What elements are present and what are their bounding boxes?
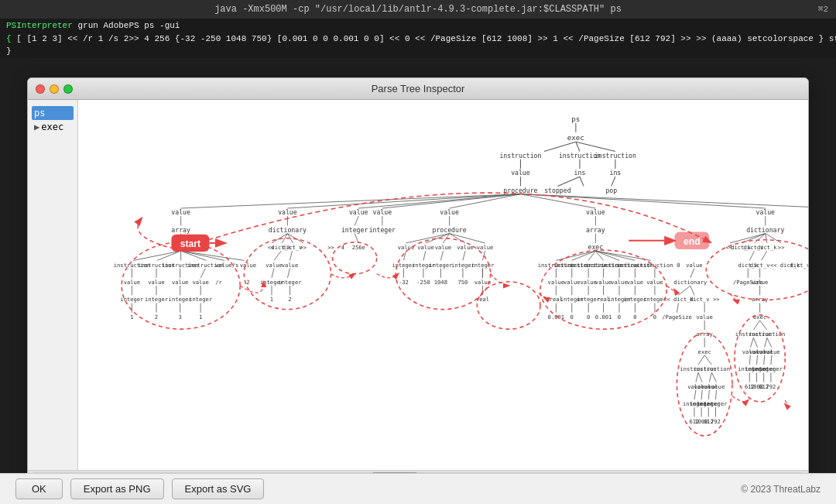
svg-text:1: 1 (130, 314, 133, 321)
chevron-right-icon: ▶ (34, 122, 39, 132)
svg-text:exec: exec (567, 133, 584, 142)
svg-line-22 (181, 194, 521, 208)
svg-line-243 (696, 372, 698, 382)
close-button[interactable] (36, 84, 45, 94)
svg-text:value: value (172, 279, 188, 286)
svg-line-68 (355, 234, 358, 243)
svg-line-268 (762, 251, 767, 260)
svg-line-94 (157, 251, 181, 260)
svg-line-295 (764, 355, 765, 365)
svg-line-244 (698, 372, 702, 382)
bottom-bar: OK Export as PNG Export as SVG © 2023 Th… (0, 473, 836, 504)
svg-line-252 (701, 390, 702, 399)
svg-text:value: value (595, 279, 612, 286)
svg-line-86 (766, 234, 781, 243)
export-svg-button[interactable]: Export as SVG (172, 478, 265, 499)
sidebar-item-exec[interactable]: ▶ exec (32, 120, 74, 134)
svg-text:2: 2 (246, 279, 249, 286)
svg-text:value: value (548, 279, 564, 286)
svg-text:value: value (398, 244, 414, 251)
svg-text:value: value (686, 262, 702, 269)
svg-text:792: 792 (711, 418, 721, 425)
svg-line-245 (709, 372, 711, 382)
svg-text:value: value (627, 279, 643, 286)
svg-line-282 (760, 321, 767, 330)
svg-text:value: value (148, 279, 164, 286)
svg-text:value: value (475, 279, 491, 286)
terminal-cursor-line: } (0, 45, 836, 57)
svg-text:integer: integer (704, 400, 728, 407)
svg-text:3: 3 (178, 314, 181, 321)
svg-line-4 (576, 142, 580, 151)
svg-text:ins: ins (574, 169, 586, 177)
bottom-buttons: OK Export as PNG Export as SVG (15, 478, 264, 499)
window-buttons (36, 84, 73, 94)
svg-text:value: value (266, 262, 282, 269)
svg-text:value: value (646, 279, 663, 286)
svg-line-146 (440, 251, 443, 260)
svg-line-267 (749, 251, 754, 260)
svg-line-133 (290, 251, 292, 260)
svg-text:integer: integer (145, 296, 169, 303)
svg-text:0: 0 (653, 314, 656, 321)
svg-line-281 (753, 321, 759, 330)
svg-text:value: value (611, 279, 627, 286)
terminal-title: java -Xmx500M -cp "/usr/local/lib/antlr-… (214, 4, 622, 15)
svg-line-144 (403, 251, 406, 260)
svg-text:integer: integer (759, 365, 783, 372)
svg-line-85 (766, 234, 767, 243)
svg-text:-32: -32 (399, 279, 409, 286)
svg-text:value: value (752, 279, 768, 286)
svg-text:value: value (580, 279, 596, 286)
svg-text:value: value (435, 244, 451, 251)
svg-line-228 (690, 286, 694, 295)
svg-text:value: value (477, 244, 493, 251)
svg-text:dict_v >>: dict_v >> (790, 262, 808, 269)
svg-text:>>: >> (300, 244, 307, 251)
svg-line-239 (698, 355, 704, 365)
copyright-text: © 2023 ThreatLabz (741, 484, 821, 495)
svg-text:1048: 1048 (434, 279, 447, 286)
svg-line-254 (715, 390, 716, 399)
export-png-button[interactable]: Export as PNG (70, 478, 164, 499)
svg-line-3 (544, 142, 576, 151)
svg-text:value: value (282, 262, 298, 269)
tree-area[interactable]: ps exec instruction instruction instruct… (78, 100, 808, 470)
svg-text:value: value (240, 262, 256, 269)
ok-button[interactable]: OK (15, 478, 63, 499)
maximize-button[interactable] (63, 84, 73, 94)
svg-text:value: value (457, 244, 473, 251)
svg-text:/r: /r (215, 279, 222, 286)
svg-text:value: value (696, 314, 712, 321)
terminal-titlebar: java -Xmx500M -cp "/usr/local/lib/antlr-… (0, 0, 836, 19)
svg-text:dictionary: dictionary (269, 226, 307, 234)
terminal-output: [ [1 2 3] << /r 1 /s 2>> 4 256 {-32 -250… (16, 34, 836, 43)
minimize-button[interactable] (50, 84, 59, 94)
svg-text:instruction: instruction (694, 365, 730, 372)
svg-line-137 (287, 269, 290, 278)
sidebar-item-ps[interactable]: ps (32, 106, 74, 120)
svg-text:procedure: procedure (432, 226, 466, 234)
svg-line-16 (557, 177, 580, 186)
svg-text:>>: >> (778, 244, 785, 251)
svg-text:dict_k: dict_k (757, 244, 777, 251)
svg-line-148 (482, 251, 485, 260)
svg-text:ins: ins (610, 169, 622, 177)
svg-text:integer: integer (341, 226, 368, 234)
svg-text:dictionary: dictionary (746, 226, 784, 234)
svg-line-251 (694, 390, 696, 399)
svg-line-109 (200, 269, 205, 278)
svg-text:4: 4 (341, 244, 344, 251)
window-title: Parse Tree Inspector (372, 83, 465, 94)
shortcut-indicator: ⌘2 (818, 4, 828, 14)
svg-text:dict_v: dict_v (750, 262, 770, 269)
svg-text:0: 0 (633, 314, 636, 321)
svg-line-74 (450, 234, 485, 243)
svg-text:/PageSize: /PageSize (662, 314, 692, 321)
terminal-line1: PSInterpreter grun AdobePS ps -gui (0, 19, 836, 33)
svg-line-285 (750, 338, 753, 347)
svg-text:value: value (755, 208, 775, 216)
svg-line-98 (181, 251, 245, 260)
svg-text:value: value (349, 208, 368, 216)
svg-text:value: value (511, 169, 530, 177)
